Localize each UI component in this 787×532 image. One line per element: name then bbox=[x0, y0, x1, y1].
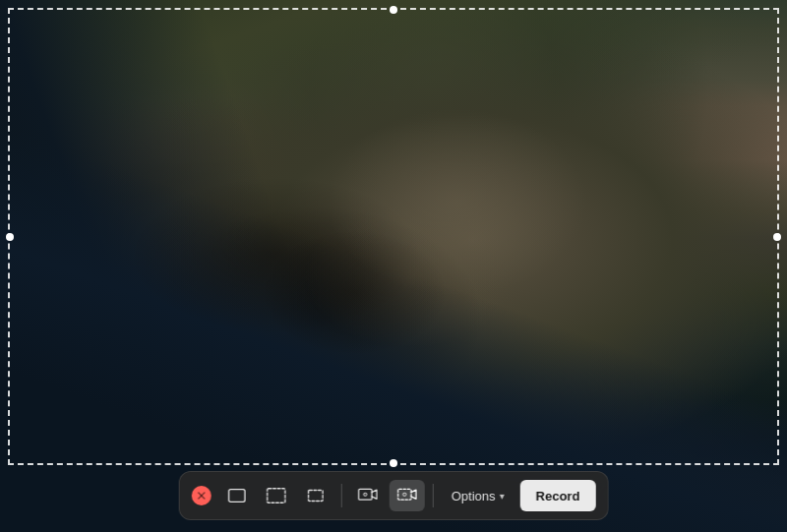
capture-selection-button[interactable] bbox=[298, 480, 333, 511]
svg-rect-4 bbox=[308, 491, 323, 502]
capture-screen-button[interactable] bbox=[259, 480, 294, 511]
options-button[interactable]: Options ▾ bbox=[442, 480, 515, 511]
capture-window-button[interactable] bbox=[219, 480, 255, 511]
screenshot-container: Options ▾ Record bbox=[0, 0, 787, 532]
toolbar: Options ▾ Record bbox=[179, 471, 609, 520]
svg-rect-3 bbox=[268, 489, 285, 503]
svg-rect-2 bbox=[229, 490, 245, 502]
options-label: Options bbox=[452, 489, 496, 503]
divider-2 bbox=[433, 484, 434, 507]
record-label: Record bbox=[536, 489, 580, 503]
rocks-layer-3 bbox=[0, 0, 787, 532]
record-selection-button[interactable] bbox=[390, 480, 425, 511]
record-button[interactable]: Record bbox=[520, 480, 596, 511]
options-chevron-icon: ▾ bbox=[500, 491, 505, 502]
svg-point-7 bbox=[364, 494, 367, 497]
svg-point-10 bbox=[403, 494, 406, 497]
divider-1 bbox=[341, 484, 342, 507]
record-screen-button[interactable] bbox=[350, 480, 386, 511]
close-button[interactable] bbox=[192, 486, 212, 505]
